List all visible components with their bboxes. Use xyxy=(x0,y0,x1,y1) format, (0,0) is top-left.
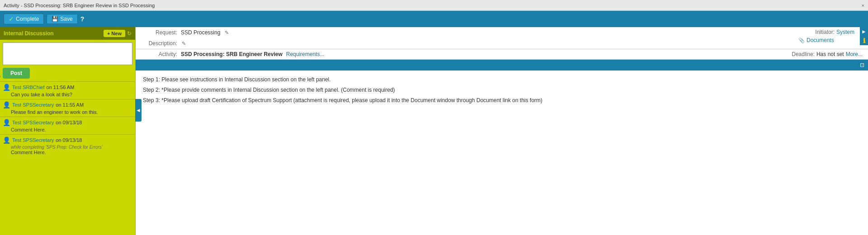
help-button[interactable]: ? xyxy=(80,15,85,23)
description-label: Description: xyxy=(141,40,177,47)
complete-label: Complete xyxy=(16,16,39,22)
collapse-left-icon: ◄ xyxy=(136,107,141,113)
comment-text: Please find an engineer to work on this. xyxy=(3,109,132,115)
comment-time: on 11:56 AM xyxy=(47,85,75,90)
comment-header: 👤 Test SPSSecretary on 11:55 AM xyxy=(3,101,132,108)
instruction-step3: Step 3: *Please upload draft Certificati… xyxy=(143,97,861,104)
toolbar: ✓ Complete 💾 Save ? xyxy=(0,11,868,27)
initiator-section: Initiator: System xyxy=(798,29,854,35)
maximize-icon[interactable]: ⊡ xyxy=(860,62,864,68)
save-label: Save xyxy=(60,16,72,22)
expand-right-button[interactable]: ► xyxy=(860,27,868,36)
user-icon: 👤 xyxy=(3,119,10,126)
description-row: Description: ✎ xyxy=(136,38,750,49)
comments-container: 👤 Test SRBChief on 11:56 AM Can you take… xyxy=(0,81,135,235)
instruction-step1: Step 1: Please see instructions in Inter… xyxy=(143,76,861,84)
user-icon: 👤 xyxy=(3,136,10,144)
comment-author[interactable]: Test SPSSecretary xyxy=(12,120,54,125)
expand-right-icon: ► xyxy=(861,28,867,35)
comment-text: Comment Here. xyxy=(3,127,132,132)
right-side-buttons: ► ℹ xyxy=(860,27,868,45)
activity-value: SSD Processing: SRB Engineer Review xyxy=(181,51,283,57)
deadline-section: Deadline: Has not set More... xyxy=(778,51,863,57)
documents-link[interactable]: Documents xyxy=(807,37,834,43)
documents-section: 📎 Documents xyxy=(798,37,854,43)
comment-time: on 09/13/18 xyxy=(56,120,82,125)
save-icon: 💾 xyxy=(52,16,58,22)
top-info-area: Request: SSD Processing ✎ Description: ✎… xyxy=(136,27,868,60)
edit-description-icon[interactable]: ✎ xyxy=(182,41,186,47)
new-button[interactable]: + New xyxy=(104,30,125,37)
check-icon: ✓ xyxy=(9,15,14,23)
comment-author[interactable]: Test SPSSecretary xyxy=(12,102,54,108)
request-label: Request: xyxy=(141,29,177,36)
info-button[interactable]: ℹ xyxy=(860,36,868,45)
right-panel: Request: SSD Processing ✎ Description: ✎… xyxy=(136,27,868,235)
comment-header: 👤 Test SPSSecretary on 09/13/18 xyxy=(3,136,132,144)
left-panel-actions: + New ↻ xyxy=(104,30,132,37)
comment-text: Comment Here. xyxy=(3,150,132,155)
comment-time: on 11:55 AM xyxy=(56,102,84,108)
comment-subtext: while completing 'SPS Prep: Check for Er… xyxy=(3,145,132,150)
instructions-area: Step 1: Please see instructions in Inter… xyxy=(136,70,868,235)
internal-discussion-title: Internal Discussion xyxy=(4,30,54,37)
info-icon: ℹ xyxy=(863,37,865,44)
comment-item: 👤 Test SRBChief on 11:56 AM Can you take… xyxy=(0,81,135,99)
comment-input[interactable] xyxy=(3,42,132,65)
documents-icon: 📎 xyxy=(798,38,805,43)
deadline-value: Has not set xyxy=(816,51,844,57)
initiator-label: Initiator: xyxy=(798,29,835,35)
save-button[interactable]: 💾 Save xyxy=(47,14,77,24)
comment-author[interactable]: Test SPSSecretary xyxy=(12,137,54,143)
deadline-label: Deadline: xyxy=(778,51,815,57)
request-row: Request: SSD Processing ✎ xyxy=(136,27,750,38)
user-icon: 👤 xyxy=(3,84,10,91)
initiator-value[interactable]: System xyxy=(836,29,854,35)
comment-item: 👤 Test SPSSecretary on 09/13/18 while co… xyxy=(0,134,135,157)
comment-item: 👤 Test SPSSecretary on 11:55 AM Please f… xyxy=(0,99,135,117)
left-panel-header: Internal Discussion + New ↻ xyxy=(0,27,135,40)
title-bar: Activity - SSD Processing: SRB Engineer … xyxy=(0,0,868,11)
comment-header: 👤 Test SRBChief on 11:56 AM xyxy=(3,84,132,91)
collapse-panel-button[interactable]: ◄ xyxy=(135,99,142,122)
comment-time: on 09/13/18 xyxy=(56,137,82,143)
content-area: ⊡ Step 1: Please see instructions in Int… xyxy=(136,60,868,235)
comment-item: 👤 Test SPSSecretary on 09/13/18 Comment … xyxy=(0,117,135,134)
request-value: SSD Processing xyxy=(181,29,220,36)
chat-icon: 💬 xyxy=(0,74,0,80)
requirements-link[interactable]: Requirements... xyxy=(286,51,325,57)
close-button[interactable]: × xyxy=(862,3,864,8)
activity-row: Activity: SSD Processing: SRB Engineer R… xyxy=(136,49,868,59)
instruction-step2: Step 2: *Please provide comments in Inte… xyxy=(143,86,861,94)
main-content: Internal Discussion + New ↻ ◄ 💬 Post 👤 T… xyxy=(0,27,868,235)
comment-text: Can you take a look at this? xyxy=(3,92,132,97)
comment-header: 👤 Test SPSSecretary on 09/13/18 xyxy=(3,119,132,126)
activity-label: Activity: xyxy=(141,51,177,57)
more-link[interactable]: More... xyxy=(846,51,863,57)
window-title: Activity - SSD Processing: SRB Engineer … xyxy=(4,3,155,8)
complete-button[interactable]: ✓ Complete xyxy=(4,14,44,24)
refresh-icon[interactable]: ↻ xyxy=(127,30,132,37)
post-button[interactable]: Post xyxy=(3,68,30,79)
left-panel: Internal Discussion + New ↻ ◄ 💬 Post 👤 T… xyxy=(0,27,136,235)
comment-author[interactable]: Test SRBChief xyxy=(12,85,45,90)
edit-request-icon[interactable]: ✎ xyxy=(225,30,229,36)
user-icon: 👤 xyxy=(3,101,10,108)
content-header: ⊡ xyxy=(136,60,868,70)
